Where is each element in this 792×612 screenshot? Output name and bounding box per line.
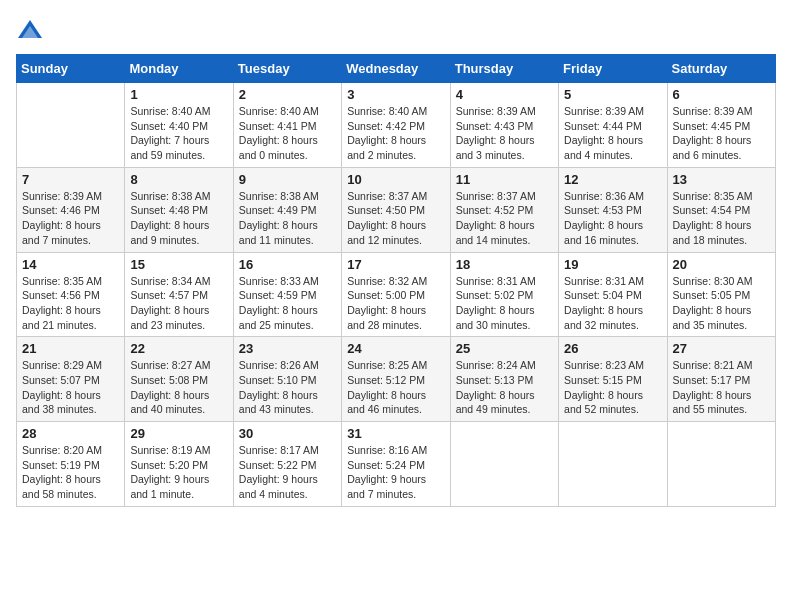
calendar-week-4: 21Sunrise: 8:29 AM Sunset: 5:07 PM Dayli… <box>17 337 776 422</box>
day-number: 14 <box>22 257 119 272</box>
day-info: Sunrise: 8:17 AM Sunset: 5:22 PM Dayligh… <box>239 443 336 502</box>
day-number: 1 <box>130 87 227 102</box>
day-number: 19 <box>564 257 661 272</box>
day-number: 12 <box>564 172 661 187</box>
calendar-cell: 24Sunrise: 8:25 AM Sunset: 5:12 PM Dayli… <box>342 337 450 422</box>
day-number: 21 <box>22 341 119 356</box>
day-number: 5 <box>564 87 661 102</box>
day-info: Sunrise: 8:39 AM Sunset: 4:43 PM Dayligh… <box>456 104 553 163</box>
calendar-cell: 3Sunrise: 8:40 AM Sunset: 4:42 PM Daylig… <box>342 83 450 168</box>
calendar-cell <box>450 422 558 507</box>
calendar-cell: 2Sunrise: 8:40 AM Sunset: 4:41 PM Daylig… <box>233 83 341 168</box>
calendar-cell: 26Sunrise: 8:23 AM Sunset: 5:15 PM Dayli… <box>559 337 667 422</box>
day-number: 29 <box>130 426 227 441</box>
calendar-cell: 30Sunrise: 8:17 AM Sunset: 5:22 PM Dayli… <box>233 422 341 507</box>
calendar-cell: 17Sunrise: 8:32 AM Sunset: 5:00 PM Dayli… <box>342 252 450 337</box>
weekday-header-saturday: Saturday <box>667 55 775 83</box>
logo <box>16 16 48 44</box>
calendar-cell: 18Sunrise: 8:31 AM Sunset: 5:02 PM Dayli… <box>450 252 558 337</box>
day-number: 20 <box>673 257 770 272</box>
logo-icon <box>16 16 44 44</box>
day-info: Sunrise: 8:16 AM Sunset: 5:24 PM Dayligh… <box>347 443 444 502</box>
calendar-cell: 4Sunrise: 8:39 AM Sunset: 4:43 PM Daylig… <box>450 83 558 168</box>
calendar-week-3: 14Sunrise: 8:35 AM Sunset: 4:56 PM Dayli… <box>17 252 776 337</box>
calendar-table: SundayMondayTuesdayWednesdayThursdayFrid… <box>16 54 776 507</box>
calendar-cell: 16Sunrise: 8:33 AM Sunset: 4:59 PM Dayli… <box>233 252 341 337</box>
day-info: Sunrise: 8:23 AM Sunset: 5:15 PM Dayligh… <box>564 358 661 417</box>
day-number: 25 <box>456 341 553 356</box>
calendar-cell: 25Sunrise: 8:24 AM Sunset: 5:13 PM Dayli… <box>450 337 558 422</box>
calendar-cell <box>667 422 775 507</box>
day-number: 2 <box>239 87 336 102</box>
day-info: Sunrise: 8:39 AM Sunset: 4:44 PM Dayligh… <box>564 104 661 163</box>
calendar-cell: 28Sunrise: 8:20 AM Sunset: 5:19 PM Dayli… <box>17 422 125 507</box>
day-number: 28 <box>22 426 119 441</box>
calendar-cell: 9Sunrise: 8:38 AM Sunset: 4:49 PM Daylig… <box>233 167 341 252</box>
day-number: 16 <box>239 257 336 272</box>
day-info: Sunrise: 8:19 AM Sunset: 5:20 PM Dayligh… <box>130 443 227 502</box>
calendar-cell: 29Sunrise: 8:19 AM Sunset: 5:20 PM Dayli… <box>125 422 233 507</box>
day-info: Sunrise: 8:29 AM Sunset: 5:07 PM Dayligh… <box>22 358 119 417</box>
day-info: Sunrise: 8:38 AM Sunset: 4:49 PM Dayligh… <box>239 189 336 248</box>
calendar-cell: 6Sunrise: 8:39 AM Sunset: 4:45 PM Daylig… <box>667 83 775 168</box>
calendar-cell: 22Sunrise: 8:27 AM Sunset: 5:08 PM Dayli… <box>125 337 233 422</box>
day-number: 22 <box>130 341 227 356</box>
day-number: 24 <box>347 341 444 356</box>
calendar-cell: 7Sunrise: 8:39 AM Sunset: 4:46 PM Daylig… <box>17 167 125 252</box>
day-info: Sunrise: 8:20 AM Sunset: 5:19 PM Dayligh… <box>22 443 119 502</box>
weekday-header-friday: Friday <box>559 55 667 83</box>
calendar-week-5: 28Sunrise: 8:20 AM Sunset: 5:19 PM Dayli… <box>17 422 776 507</box>
day-number: 13 <box>673 172 770 187</box>
day-info: Sunrise: 8:35 AM Sunset: 4:56 PM Dayligh… <box>22 274 119 333</box>
weekday-header-monday: Monday <box>125 55 233 83</box>
day-info: Sunrise: 8:32 AM Sunset: 5:00 PM Dayligh… <box>347 274 444 333</box>
day-info: Sunrise: 8:27 AM Sunset: 5:08 PM Dayligh… <box>130 358 227 417</box>
day-number: 23 <box>239 341 336 356</box>
day-info: Sunrise: 8:35 AM Sunset: 4:54 PM Dayligh… <box>673 189 770 248</box>
day-number: 26 <box>564 341 661 356</box>
day-info: Sunrise: 8:31 AM Sunset: 5:02 PM Dayligh… <box>456 274 553 333</box>
day-number: 8 <box>130 172 227 187</box>
day-info: Sunrise: 8:37 AM Sunset: 4:52 PM Dayligh… <box>456 189 553 248</box>
calendar-cell: 12Sunrise: 8:36 AM Sunset: 4:53 PM Dayli… <box>559 167 667 252</box>
day-info: Sunrise: 8:31 AM Sunset: 5:04 PM Dayligh… <box>564 274 661 333</box>
day-info: Sunrise: 8:39 AM Sunset: 4:45 PM Dayligh… <box>673 104 770 163</box>
calendar-cell: 10Sunrise: 8:37 AM Sunset: 4:50 PM Dayli… <box>342 167 450 252</box>
calendar-cell: 21Sunrise: 8:29 AM Sunset: 5:07 PM Dayli… <box>17 337 125 422</box>
calendar-cell: 15Sunrise: 8:34 AM Sunset: 4:57 PM Dayli… <box>125 252 233 337</box>
calendar-cell: 5Sunrise: 8:39 AM Sunset: 4:44 PM Daylig… <box>559 83 667 168</box>
day-info: Sunrise: 8:30 AM Sunset: 5:05 PM Dayligh… <box>673 274 770 333</box>
calendar-cell: 31Sunrise: 8:16 AM Sunset: 5:24 PM Dayli… <box>342 422 450 507</box>
day-info: Sunrise: 8:33 AM Sunset: 4:59 PM Dayligh… <box>239 274 336 333</box>
calendar-cell: 1Sunrise: 8:40 AM Sunset: 4:40 PM Daylig… <box>125 83 233 168</box>
weekday-header-wednesday: Wednesday <box>342 55 450 83</box>
calendar-cell: 14Sunrise: 8:35 AM Sunset: 4:56 PM Dayli… <box>17 252 125 337</box>
day-info: Sunrise: 8:40 AM Sunset: 4:41 PM Dayligh… <box>239 104 336 163</box>
day-number: 3 <box>347 87 444 102</box>
day-info: Sunrise: 8:34 AM Sunset: 4:57 PM Dayligh… <box>130 274 227 333</box>
day-number: 15 <box>130 257 227 272</box>
calendar-cell: 23Sunrise: 8:26 AM Sunset: 5:10 PM Dayli… <box>233 337 341 422</box>
day-info: Sunrise: 8:40 AM Sunset: 4:42 PM Dayligh… <box>347 104 444 163</box>
calendar-week-1: 1Sunrise: 8:40 AM Sunset: 4:40 PM Daylig… <box>17 83 776 168</box>
calendar-cell: 8Sunrise: 8:38 AM Sunset: 4:48 PM Daylig… <box>125 167 233 252</box>
day-info: Sunrise: 8:37 AM Sunset: 4:50 PM Dayligh… <box>347 189 444 248</box>
day-info: Sunrise: 8:40 AM Sunset: 4:40 PM Dayligh… <box>130 104 227 163</box>
day-number: 27 <box>673 341 770 356</box>
calendar-cell: 11Sunrise: 8:37 AM Sunset: 4:52 PM Dayli… <box>450 167 558 252</box>
day-number: 30 <box>239 426 336 441</box>
weekday-header-thursday: Thursday <box>450 55 558 83</box>
day-info: Sunrise: 8:25 AM Sunset: 5:12 PM Dayligh… <box>347 358 444 417</box>
weekday-header-sunday: Sunday <box>17 55 125 83</box>
day-number: 18 <box>456 257 553 272</box>
calendar-cell: 13Sunrise: 8:35 AM Sunset: 4:54 PM Dayli… <box>667 167 775 252</box>
weekday-header-row: SundayMondayTuesdayWednesdayThursdayFrid… <box>17 55 776 83</box>
calendar-week-2: 7Sunrise: 8:39 AM Sunset: 4:46 PM Daylig… <box>17 167 776 252</box>
calendar-cell: 20Sunrise: 8:30 AM Sunset: 5:05 PM Dayli… <box>667 252 775 337</box>
calendar-cell: 19Sunrise: 8:31 AM Sunset: 5:04 PM Dayli… <box>559 252 667 337</box>
weekday-header-tuesday: Tuesday <box>233 55 341 83</box>
day-number: 7 <box>22 172 119 187</box>
day-number: 31 <box>347 426 444 441</box>
day-info: Sunrise: 8:38 AM Sunset: 4:48 PM Dayligh… <box>130 189 227 248</box>
day-number: 11 <box>456 172 553 187</box>
